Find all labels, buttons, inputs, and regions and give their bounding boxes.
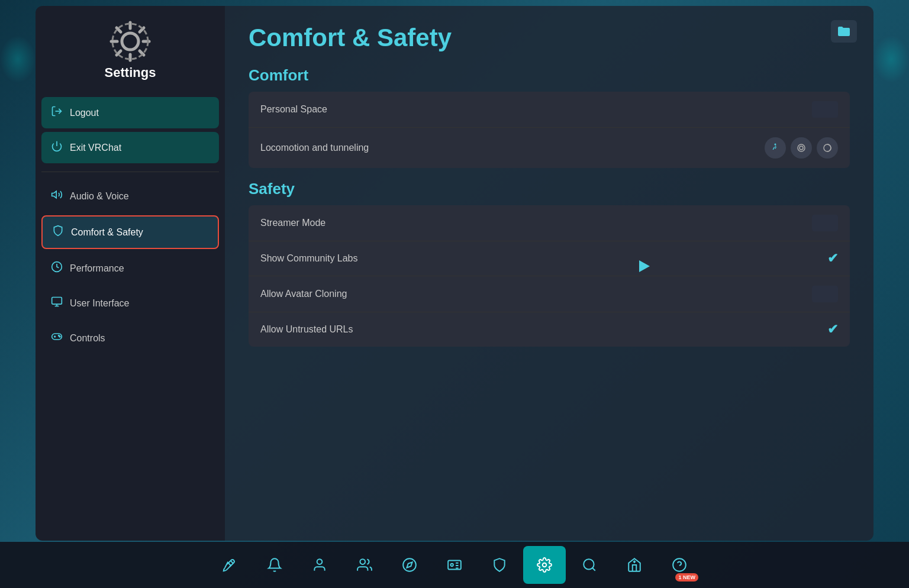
sidebar-item-performance[interactable]: Performance xyxy=(41,253,219,284)
allow-untrusted-urls-label: Allow Untrusted URLs xyxy=(260,324,353,335)
help-badge: 1 NEW xyxy=(675,573,698,581)
performance-label: Performance xyxy=(70,263,124,274)
sidebar-title: Settings xyxy=(105,65,156,80)
svg-point-38 xyxy=(673,558,686,571)
taskbar-safety[interactable] xyxy=(478,546,521,584)
svg-point-21 xyxy=(59,336,60,337)
sidebar: Settings Logout xyxy=(36,6,225,541)
leaf-decoration-left xyxy=(0,35,36,83)
streamer-mode-label: Streamer Mode xyxy=(260,218,325,228)
cursor-arrow xyxy=(639,260,650,272)
exit-vrchat-label: Exit VRChat xyxy=(70,143,121,153)
allow-avatar-cloning-row: Allow Avatar Cloning xyxy=(249,276,850,312)
gamepad-icon xyxy=(51,331,63,345)
svg-line-35 xyxy=(592,568,595,571)
comfort-card: Personal Space Locomotion and tunneling xyxy=(249,92,850,168)
locomotion-run-icon[interactable] xyxy=(765,137,786,159)
sidebar-navigation: Logout Exit VRChat xyxy=(41,97,219,354)
taskbar-help[interactable]: 1 NEW xyxy=(658,546,701,584)
audio-voice-label: Audio & Voice xyxy=(70,191,129,202)
logout-icon xyxy=(51,105,63,120)
svg-point-22 xyxy=(775,144,776,146)
monitor-icon xyxy=(51,296,63,311)
page-title: Comfort & Safety xyxy=(249,24,850,52)
svg-rect-14 xyxy=(52,298,62,305)
taskbar-avatars[interactable] xyxy=(433,546,476,584)
show-community-labs-check[interactable]: ✔ xyxy=(827,251,838,266)
svg-marker-12 xyxy=(52,191,57,198)
show-community-labs-label: Show Community Labs xyxy=(260,253,358,264)
svg-point-27 xyxy=(317,559,323,564)
sidebar-item-controls[interactable]: Controls xyxy=(41,322,219,354)
sidebar-item-logout[interactable]: Logout xyxy=(41,97,219,128)
streamer-mode-toggle[interactable] xyxy=(812,215,838,231)
user-interface-label: User Interface xyxy=(70,298,129,309)
taskbar: 1 NEW xyxy=(0,542,909,588)
taskbar-home[interactable] xyxy=(613,546,656,584)
taskbar-worlds[interactable] xyxy=(388,546,431,584)
safety-card: Streamer Mode Show Community Labs ✔ Allo… xyxy=(249,205,850,347)
comfort-safety-label: Comfort & Safety xyxy=(71,227,143,238)
svg-marker-30 xyxy=(407,562,412,567)
svg-point-28 xyxy=(360,559,365,564)
svg-point-29 xyxy=(403,558,416,571)
comfort-section-title: Comfort xyxy=(249,66,850,85)
sidebar-item-user-interface[interactable]: User Interface xyxy=(41,287,219,319)
leaf-decoration-right xyxy=(873,35,909,83)
locomotion-label: Locomotion and tunneling xyxy=(260,143,369,153)
allow-untrusted-urls-check[interactable]: ✔ xyxy=(827,322,838,337)
safety-section-title: Safety xyxy=(249,180,850,198)
allow-untrusted-urls-row: Allow Untrusted URLs ✔ xyxy=(249,312,850,347)
locomotion-row: Locomotion and tunneling xyxy=(249,128,850,168)
locomotion-controls xyxy=(765,137,838,159)
taskbar-settings[interactable] xyxy=(523,546,566,584)
svg-line-26 xyxy=(231,561,233,564)
personal-space-row: Personal Space xyxy=(249,92,850,128)
svg-point-33 xyxy=(543,563,547,567)
power-icon xyxy=(51,140,63,155)
speedometer-icon xyxy=(51,261,63,276)
svg-point-23 xyxy=(798,144,805,151)
svg-point-24 xyxy=(800,146,803,150)
personal-space-toggle[interactable] xyxy=(812,101,838,118)
show-community-labs-row: Show Community Labs ✔ xyxy=(249,241,850,276)
allow-avatar-cloning-controls xyxy=(812,286,838,302)
controls-label: Controls xyxy=(70,333,105,344)
svg-point-0 xyxy=(122,33,138,50)
allow-avatar-cloning-toggle[interactable] xyxy=(812,286,838,302)
taskbar-profile[interactable] xyxy=(298,546,341,584)
taskbar-social[interactable] xyxy=(343,546,386,584)
sidebar-item-exit-vrchat[interactable]: Exit VRChat xyxy=(41,132,219,163)
logout-label: Logout xyxy=(70,108,99,118)
streamer-mode-controls xyxy=(812,215,838,231)
allow-untrusted-urls-controls: ✔ xyxy=(827,322,838,337)
locomotion-tunnel2-icon[interactable] xyxy=(817,137,838,159)
taskbar-launch[interactable] xyxy=(208,546,251,584)
audio-icon xyxy=(51,189,63,203)
allow-avatar-cloning-label: Allow Avatar Cloning xyxy=(260,289,347,299)
svg-point-32 xyxy=(451,564,453,566)
sidebar-divider-1 xyxy=(41,172,219,172)
taskbar-search[interactable] xyxy=(568,546,611,584)
taskbar-notifications[interactable] xyxy=(253,546,296,584)
streamer-mode-row: Streamer Mode xyxy=(249,205,850,241)
personal-space-label: Personal Space xyxy=(260,104,327,115)
sidebar-item-audio-voice[interactable]: Audio & Voice xyxy=(41,180,219,212)
personal-space-controls xyxy=(812,101,838,118)
shield-icon xyxy=(52,225,64,240)
gear-icon xyxy=(107,18,154,65)
main-container: Settings Logout xyxy=(36,6,873,541)
svg-rect-31 xyxy=(448,560,461,569)
content-area: Comfort & Safety Comfort Personal Space … xyxy=(225,6,873,541)
svg-point-34 xyxy=(584,559,594,569)
folder-button[interactable] xyxy=(831,20,857,43)
show-community-labs-controls: ✔ xyxy=(827,251,838,266)
sidebar-item-comfort-safety[interactable]: Comfort & Safety xyxy=(41,215,219,249)
locomotion-tunnel1-icon[interactable] xyxy=(791,137,812,159)
